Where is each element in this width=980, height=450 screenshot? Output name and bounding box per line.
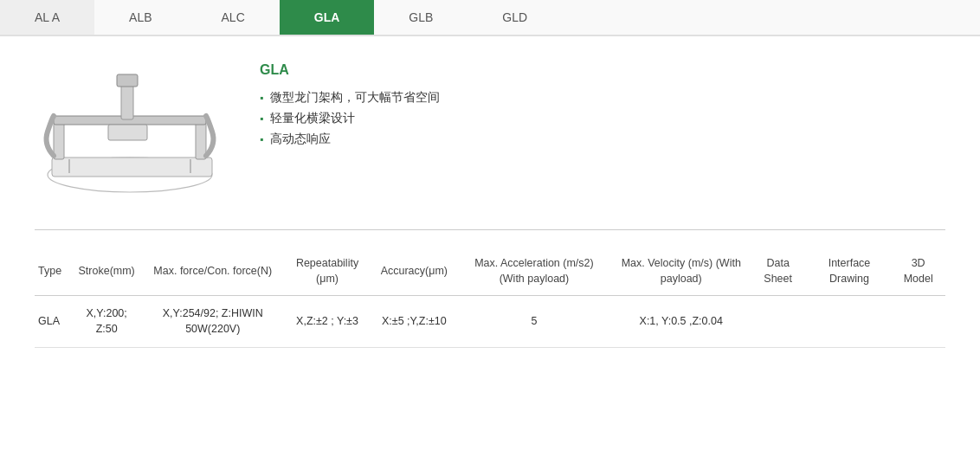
col-accuracy: Accuracy(μm) [374,248,455,296]
tab-glb[interactable]: GLB [374,0,467,35]
table-header-row: Type Stroke(mm) Max. force/Con. force(N)… [35,248,945,296]
cell-type: GLA [35,296,68,348]
cell-interface-drawing [808,296,892,348]
product-image [35,62,225,203]
tab-alc[interactable]: ALC [187,0,280,35]
svg-rect-1 [52,158,212,177]
svg-rect-2 [54,121,64,159]
col-datasheet: Data Sheet [749,248,808,296]
tab-alb[interactable]: ALB [94,0,186,35]
spec-table: Type Stroke(mm) Max. force/Con. force(N)… [35,248,945,348]
cell-acceleration: 5 [455,296,614,348]
svg-rect-6 [117,74,138,87]
col-type: Type [35,248,68,296]
svg-rect-9 [108,125,147,140]
product-features: 微型龙门架构，可大幅节省空间 轻量化横梁设计 高动态响应 [260,90,945,147]
cell-repeatability: X,Z:±2 ; Y:±3 [280,296,373,348]
cell-force: X,Y:254/92; Z:HIWIN 50W(220V) [145,296,280,348]
tab-gld[interactable]: GLD [467,0,562,35]
product-section: GLA 微型龙门架构，可大幅节省空间 轻量化横梁设计 高动态响应 [35,62,945,203]
cell-3d-model [891,296,945,348]
col-3d: 3D Model [891,248,945,296]
tab-navigation: AL A ALB ALC GLA GLB GLD [0,0,980,36]
tab-gla[interactable]: GLA [280,0,375,35]
product-info: GLA 微型龙门架构，可大幅节省空间 轻量化横梁设计 高动态响应 [260,62,945,152]
col-stroke: Stroke(mm) [68,248,145,296]
section-divider [35,229,945,230]
cell-stroke: X,Y:200; Z:50 [68,296,145,348]
col-repeatability: Repeatability (μm) [280,248,373,296]
col-interface: Interface Drawing [808,248,892,296]
main-content: GLA 微型龙门架构，可大幅节省空间 轻量化横梁设计 高动态响应 Type St… [0,36,980,365]
col-acceleration: Max. Acceleration (m/s2) (With payload) [455,248,614,296]
feature-3: 高动态响应 [260,132,945,147]
col-velocity: Max. Velocity (m/s) (With payload) [614,248,749,296]
svg-rect-3 [196,121,206,159]
cell-datasheet [749,296,808,348]
feature-1: 微型龙门架构，可大幅节省空间 [260,90,945,106]
cell-accuracy: X:±5 ;Y,Z:±10 [374,296,455,348]
tab-ala[interactable]: AL A [0,0,94,35]
col-force: Max. force/Con. force(N) [145,248,280,296]
cell-velocity: X:1, Y:0.5 ,Z:0.04 [614,296,749,348]
table-row: GLA X,Y:200; Z:50 X,Y:254/92; Z:HIWIN 50… [35,296,945,348]
feature-2: 轻量化横梁设计 [260,111,945,126]
product-title: GLA [260,62,945,78]
